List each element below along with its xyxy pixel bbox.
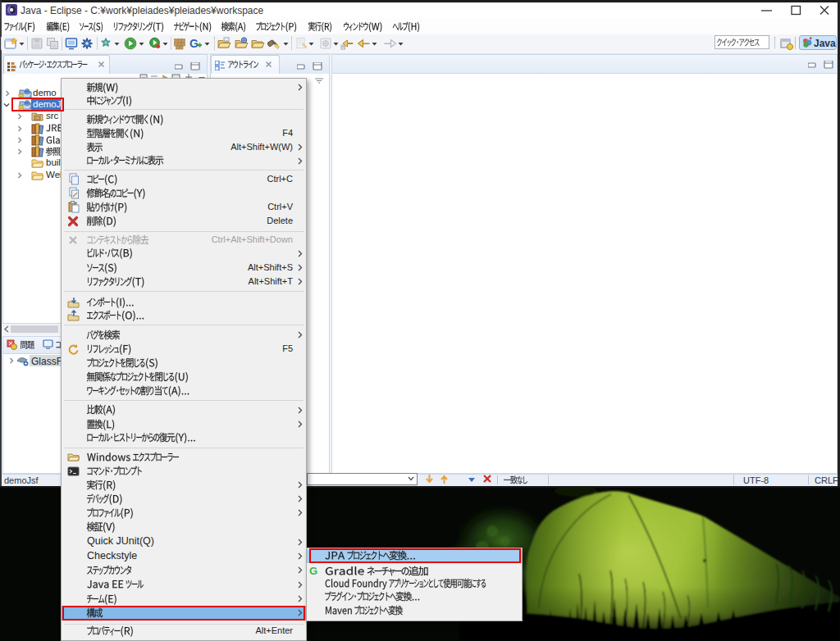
svg-text:G: G: [189, 37, 199, 50]
